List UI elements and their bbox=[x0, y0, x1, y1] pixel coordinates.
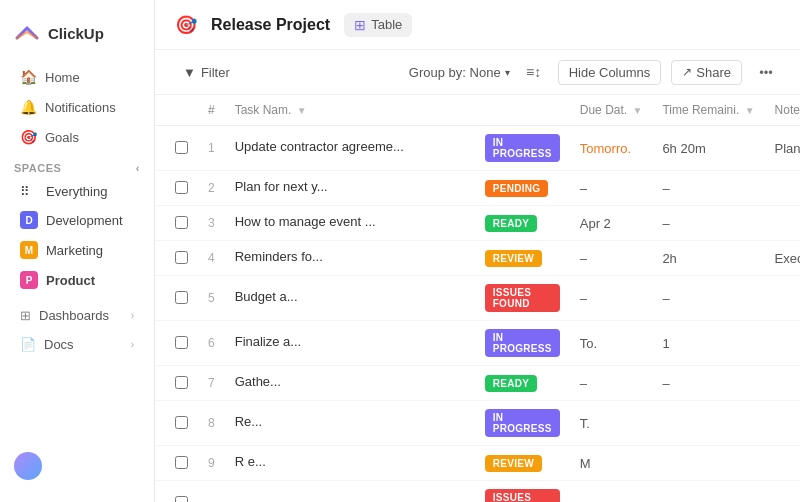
row-checkbox[interactable] bbox=[155, 481, 198, 503]
spaces-collapse-icon[interactable]: ‹ bbox=[136, 162, 140, 174]
filter-button[interactable]: ▼ Filter bbox=[175, 61, 238, 84]
sort-button[interactable]: ≡↕ bbox=[520, 58, 548, 86]
row-time-remaining: – bbox=[652, 171, 764, 206]
table-row[interactable]: 8Re...IN PROGRESST. bbox=[155, 401, 800, 446]
status-badge: REVIEW bbox=[485, 455, 542, 472]
status-badge: REVIEW bbox=[485, 250, 542, 267]
due-date-sort-icon: ▼ bbox=[632, 105, 642, 116]
row-status[interactable]: READY bbox=[475, 366, 570, 401]
row-task-name[interactable]: How to manage event ... bbox=[225, 206, 475, 241]
row-task-name[interactable]: Gathe... bbox=[225, 366, 475, 401]
row-notes bbox=[765, 446, 800, 481]
row-checkbox[interactable] bbox=[155, 321, 198, 366]
row-number: 3 bbox=[198, 206, 225, 241]
table-container[interactable]: # Task Nam. ▼ Due Dat. ▼ Time Remaini. ▼ bbox=[155, 95, 800, 502]
table-tab[interactable]: ⊞ Table bbox=[344, 13, 412, 37]
row-status[interactable]: REVIEW bbox=[475, 241, 570, 276]
col-status bbox=[475, 95, 570, 126]
notifications-icon: 🔔 bbox=[20, 99, 37, 115]
toolbar: ▼ Filter Group by: None ▾ ≡↕ Hide Column… bbox=[155, 50, 800, 95]
sidebar-nav-notifications[interactable]: 🔔 Notifications bbox=[6, 92, 148, 122]
sidebar-bottom: ⊞ Dashboards › 📄 Docs › bbox=[0, 301, 154, 359]
col-due-date[interactable]: Due Dat. ▼ bbox=[570, 95, 653, 126]
row-status[interactable]: PENDING bbox=[475, 171, 570, 206]
row-checkbox[interactable] bbox=[155, 126, 198, 171]
row-task-name[interactable]: Re... bbox=[225, 401, 475, 446]
col-num[interactable]: # bbox=[198, 95, 225, 126]
col-task-name[interactable]: Task Nam. ▼ bbox=[225, 95, 475, 126]
sidebar-space-product[interactable]: P Product bbox=[6, 265, 148, 295]
row-checkbox[interactable] bbox=[155, 171, 198, 206]
table-row[interactable]: 1Update contractor agreeme...IN PROGRESS… bbox=[155, 126, 800, 171]
hide-columns-button[interactable]: Hide Columns bbox=[558, 60, 662, 85]
marketing-dot: M bbox=[20, 241, 38, 259]
row-notes bbox=[765, 366, 800, 401]
logo[interactable]: ClickUp bbox=[0, 12, 154, 62]
col-notes[interactable]: Note. ▼ bbox=[765, 95, 800, 126]
group-by-dropdown[interactable]: Group by: None ▾ bbox=[409, 65, 510, 80]
sidebar-dashboards[interactable]: ⊞ Dashboards › bbox=[6, 301, 148, 330]
row-status[interactable]: IN PROGRESS bbox=[475, 321, 570, 366]
group-by-chevron: ▾ bbox=[505, 67, 510, 78]
row-task-name[interactable]: Update contractor agreeme... bbox=[225, 126, 475, 171]
row-status[interactable]: IN PROGRESS bbox=[475, 126, 570, 171]
row-notes bbox=[765, 401, 800, 446]
avatar[interactable] bbox=[14, 452, 42, 480]
row-status[interactable]: REVIEW bbox=[475, 446, 570, 481]
row-checkbox[interactable] bbox=[155, 401, 198, 446]
row-status[interactable]: ISSUES FOUND bbox=[475, 481, 570, 503]
row-task-name[interactable]: R e... bbox=[225, 446, 475, 481]
more-options-button[interactable]: ••• bbox=[752, 58, 780, 86]
spaces-section-title: Spaces ‹ bbox=[0, 152, 154, 178]
row-task-name[interactable]: Reminders fo... bbox=[225, 241, 475, 276]
docs-label: Docs bbox=[44, 337, 74, 352]
sidebar-space-marketing-label: Marketing bbox=[46, 243, 103, 258]
row-checkbox[interactable] bbox=[155, 446, 198, 481]
row-status[interactable]: ISSUES FOUND bbox=[475, 276, 570, 321]
table-row[interactable]: 4Reminders fo...REVIEW–2hExecu. bbox=[155, 241, 800, 276]
sidebar-space-everything[interactable]: ⠿ Everything bbox=[6, 178, 148, 205]
share-button[interactable]: ↗ Share bbox=[671, 60, 742, 85]
row-checkbox[interactable] bbox=[155, 276, 198, 321]
row-status[interactable]: IN PROGRESS bbox=[475, 401, 570, 446]
sidebar-nav-home[interactable]: 🏠 Home bbox=[6, 62, 148, 92]
row-number: 7 bbox=[198, 366, 225, 401]
table-row[interactable]: 6Finalize a...IN PROGRESSTo.1 bbox=[155, 321, 800, 366]
table-row[interactable]: 9R e...REVIEWM bbox=[155, 446, 800, 481]
row-due-date: . bbox=[570, 481, 653, 503]
row-checkbox[interactable] bbox=[155, 206, 198, 241]
filter-icon: ▼ bbox=[183, 65, 196, 80]
dashboards-chevron: › bbox=[131, 310, 134, 321]
row-task-name[interactable]: – bbox=[225, 481, 475, 503]
table-row[interactable]: 3How to manage event ...READYApr 2– bbox=[155, 206, 800, 241]
table-row[interactable]: 7Gathe...READY–– bbox=[155, 366, 800, 401]
row-task-name[interactable]: Finalize a... bbox=[225, 321, 475, 366]
row-checkbox[interactable] bbox=[155, 366, 198, 401]
row-notes: Plannin. bbox=[765, 126, 800, 171]
development-dot: D bbox=[20, 211, 38, 229]
table-row[interactable]: 2Plan for next y...PENDING–– bbox=[155, 171, 800, 206]
sidebar-space-development[interactable]: D Development bbox=[6, 205, 148, 235]
row-task-name[interactable]: Budget a... bbox=[225, 276, 475, 321]
sidebar-docs[interactable]: 📄 Docs › bbox=[6, 330, 148, 359]
row-task-name[interactable]: Plan for next y... bbox=[225, 171, 475, 206]
row-due-date: T. bbox=[570, 401, 653, 446]
status-badge: IN PROGRESS bbox=[485, 134, 560, 162]
row-number: 4 bbox=[198, 241, 225, 276]
sidebar-space-marketing[interactable]: M Marketing bbox=[6, 235, 148, 265]
hide-columns-label: Hide Columns bbox=[569, 65, 651, 80]
row-time-remaining bbox=[652, 446, 764, 481]
sidebar-nav-goals[interactable]: 🎯 Goals bbox=[6, 122, 148, 152]
status-badge: PENDING bbox=[485, 180, 549, 197]
table-row[interactable]: ––ISSUES FOUND. bbox=[155, 481, 800, 503]
col-time-remaining[interactable]: Time Remaini. ▼ bbox=[652, 95, 764, 126]
filter-label: Filter bbox=[201, 65, 230, 80]
share-icon: ↗ bbox=[682, 65, 692, 79]
main-content: 🎯 Release Project ⊞ Table ▼ Filter Group… bbox=[155, 0, 800, 502]
row-checkbox[interactable] bbox=[155, 241, 198, 276]
row-number: 8 bbox=[198, 401, 225, 446]
row-status[interactable]: READY bbox=[475, 206, 570, 241]
home-icon: 🏠 bbox=[20, 69, 37, 85]
table-tab-icon: ⊞ bbox=[354, 17, 366, 33]
table-row[interactable]: 5Budget a...ISSUES FOUND–– bbox=[155, 276, 800, 321]
